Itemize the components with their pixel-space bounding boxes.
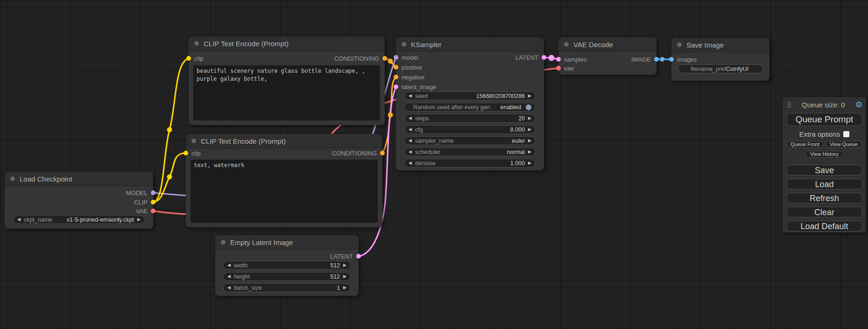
node-title-bar[interactable]: Save Image xyxy=(671,38,769,52)
input-images[interactable]: images xyxy=(669,56,697,63)
widget-seed[interactable]: ◀ seed 156680208700286 ▶ xyxy=(404,91,536,100)
clear-button[interactable]: Clear xyxy=(786,207,862,217)
load-button[interactable]: Load xyxy=(786,179,862,189)
conditioning-port-icon[interactable] xyxy=(394,75,398,79)
increment-icon[interactable]: ▶ xyxy=(528,127,531,132)
prompt-textarea[interactable]: text, watermark xyxy=(191,160,378,223)
decrement-icon[interactable]: ◀ xyxy=(227,286,231,290)
output-latent[interactable]: LATENT xyxy=(330,253,361,259)
save-button[interactable]: Save xyxy=(786,165,862,175)
decrement-icon[interactable]: ◀ xyxy=(409,127,412,132)
widget-denoise[interactable]: ◀ denoise 1.000 ▶ xyxy=(404,159,536,168)
collapse-dot-icon[interactable] xyxy=(191,139,196,143)
input-clip[interactable]: clip xyxy=(186,55,204,62)
output-model[interactable]: MODEL xyxy=(126,189,155,196)
node-title-bar[interactable]: Empty Latent Image xyxy=(215,235,359,250)
output-conditioning[interactable]: CONDITIONING xyxy=(332,150,385,156)
link-dot[interactable] xyxy=(167,127,172,133)
decrement-icon[interactable]: ◀ xyxy=(409,94,412,98)
widget-batch-size[interactable]: ◀ batch_size 1 ▶ xyxy=(223,283,351,292)
node-vae-decode[interactable]: VAE Decode samples vae IMAGE xyxy=(558,37,656,75)
node-clip-text-encode-negative[interactable]: CLIP Text Encode (Prompt) clip CONDITION… xyxy=(186,134,382,227)
node-ksampler[interactable]: KSampler model positive negative latent_… xyxy=(396,37,544,170)
decrement-icon[interactable]: ◀ xyxy=(227,274,231,279)
increment-icon[interactable]: ▶ xyxy=(137,217,141,222)
collapse-dot-icon[interactable] xyxy=(402,42,406,47)
clip-port-icon[interactable] xyxy=(186,56,191,61)
queue-prompt-button[interactable]: Queue Prompt xyxy=(786,113,862,126)
output-conditioning[interactable]: CONDITIONING xyxy=(334,55,387,62)
conditioning-port-icon[interactable] xyxy=(382,56,387,61)
node-title-bar[interactable]: KSampler xyxy=(396,37,544,52)
collapse-dot-icon[interactable] xyxy=(564,42,569,47)
drag-handle-icon[interactable] xyxy=(787,102,791,108)
link-dot[interactable] xyxy=(388,112,393,118)
decrement-icon[interactable]: ◀ xyxy=(409,161,412,165)
input-clip[interactable]: clip xyxy=(183,150,201,156)
output-latent[interactable]: LATENT xyxy=(515,54,546,61)
link-dot[interactable] xyxy=(388,59,393,64)
vae-port-icon[interactable] xyxy=(556,66,561,70)
collapse-dot-icon[interactable] xyxy=(10,176,15,181)
input-model[interactable]: model xyxy=(394,54,418,61)
conditioning-port-icon[interactable] xyxy=(380,151,385,155)
queue-front-button[interactable]: Queue Front xyxy=(787,141,823,148)
output-vae[interactable]: VAE xyxy=(136,208,155,214)
increment-icon[interactable]: ▶ xyxy=(528,94,531,98)
link-dot[interactable] xyxy=(660,57,664,62)
settings-gear-icon[interactable]: ⚙ xyxy=(855,101,862,109)
increment-icon[interactable]: ▶ xyxy=(528,139,531,143)
latent-port-icon[interactable] xyxy=(556,57,561,62)
widget-cfg[interactable]: ◀ cfg 8.000 ▶ xyxy=(404,125,536,134)
widget-filename-prefix[interactable]: filename_prefix ComfyUI xyxy=(678,64,763,73)
node-save-image[interactable]: Save Image images filename_prefix ComfyU… xyxy=(671,38,769,81)
increment-icon[interactable]: ▶ xyxy=(528,116,531,120)
view-history-button[interactable]: View History xyxy=(805,151,844,158)
latent-port-icon[interactable] xyxy=(542,55,546,60)
node-title-bar[interactable]: CLIP Text Encode (Prompt) xyxy=(186,134,382,148)
refresh-button[interactable]: Refresh xyxy=(786,193,862,203)
latent-port-icon[interactable] xyxy=(394,84,398,89)
widget-scheduler[interactable]: ◀ scheduler normal ▶ xyxy=(404,147,536,156)
decrement-icon[interactable]: ◀ xyxy=(409,150,412,154)
toggle-on-icon[interactable] xyxy=(526,105,531,110)
latent-port-icon[interactable] xyxy=(356,254,361,259)
view-queue-button[interactable]: View Queue xyxy=(826,141,862,148)
clip-port-icon[interactable] xyxy=(183,151,188,155)
decrement-icon[interactable]: ◀ xyxy=(17,217,21,222)
image-port-icon[interactable] xyxy=(654,57,659,62)
image-port-icon[interactable] xyxy=(669,57,674,62)
collapse-dot-icon[interactable] xyxy=(194,41,199,46)
model-port-icon[interactable] xyxy=(394,55,398,60)
widget-height[interactable]: ◀ height 512 ▶ xyxy=(223,272,351,281)
extra-options-checkbox[interactable] xyxy=(843,131,849,137)
clip-port-icon[interactable] xyxy=(151,200,155,204)
output-clip[interactable]: CLIP xyxy=(134,199,155,205)
widget-width[interactable]: ◀ width 512 ▶ xyxy=(223,261,351,270)
prompt-textarea[interactable]: beautiful scenery nature glass bottle la… xyxy=(193,65,380,120)
increment-icon[interactable]: ▶ xyxy=(343,263,346,267)
decrement-icon[interactable]: ◀ xyxy=(409,139,412,143)
model-port-icon[interactable] xyxy=(151,190,155,195)
input-samples[interactable]: samples xyxy=(556,56,586,63)
increment-icon[interactable]: ▶ xyxy=(528,150,531,154)
widget-sampler-name[interactable]: ◀ sampler_name euler ▶ xyxy=(404,136,536,145)
output-image[interactable]: IMAGE xyxy=(631,56,659,63)
vae-port-icon[interactable] xyxy=(151,209,155,213)
increment-icon[interactable]: ▶ xyxy=(528,161,531,165)
increment-icon[interactable]: ▶ xyxy=(343,286,346,290)
node-title-bar[interactable]: VAE Decode xyxy=(558,37,656,52)
link-dot[interactable] xyxy=(549,55,555,61)
widget-steps[interactable]: ◀ steps 20 ▶ xyxy=(404,114,536,123)
link-dot[interactable] xyxy=(167,175,172,180)
widget-random-seed-toggle[interactable]: Random seed after every gen enabled xyxy=(404,103,536,112)
node-clip-text-encode-positive[interactable]: CLIP Text Encode (Prompt) clip CONDITION… xyxy=(189,36,385,125)
node-empty-latent-image[interactable]: Empty Latent Image LATENT ◀ width 512 ▶ … xyxy=(215,235,359,296)
decrement-icon[interactable]: ◀ xyxy=(409,116,412,120)
increment-icon[interactable]: ▶ xyxy=(343,274,346,279)
input-positive[interactable]: positive xyxy=(394,64,422,70)
widget-ckpt-name[interactable]: ◀ ckpt_name v1-5-pruned-emaonly.ckpt ▶ xyxy=(13,215,145,224)
input-vae[interactable]: vae xyxy=(556,65,574,71)
decrement-icon[interactable]: ◀ xyxy=(227,263,231,267)
load-default-button[interactable]: Load Default xyxy=(786,221,862,231)
